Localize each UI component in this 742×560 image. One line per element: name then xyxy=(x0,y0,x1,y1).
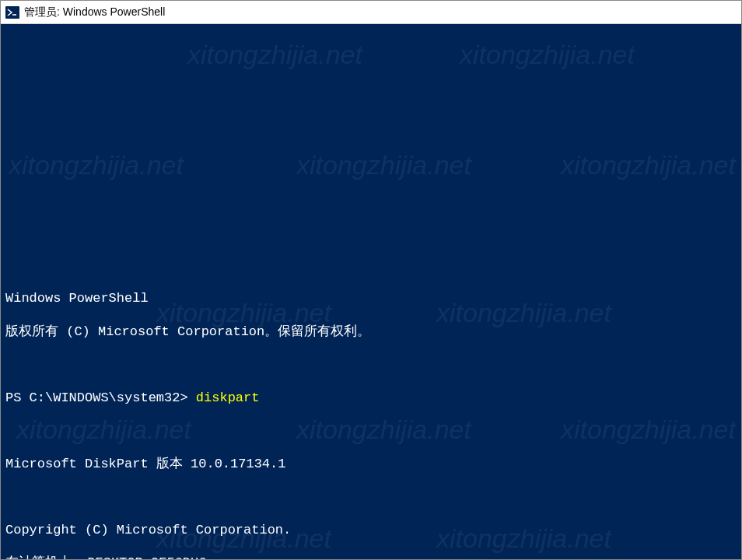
ps-banner-2: 版权所有 (C) Microsoft Corporation。保留所有权利。 xyxy=(5,324,737,340)
watermark: xitongzhijia.net xyxy=(296,149,471,182)
window-title: 管理员: Windows PowerShell xyxy=(24,5,165,19)
watermark: xitongzhijia.net xyxy=(561,149,736,182)
titlebar[interactable]: 管理员: Windows PowerShell xyxy=(1,1,741,24)
cmd-diskpart: diskpart xyxy=(196,390,260,405)
blank xyxy=(5,422,737,439)
diskpart-computer: 在计算机上: DESKTOP-9E56DU6 xyxy=(5,555,737,559)
watermark: xitongzhijia.net xyxy=(460,38,635,72)
blank xyxy=(5,488,737,505)
ps-banner-1: Windows PowerShell xyxy=(5,290,737,306)
terminal-content: Windows PowerShell 版权所有 (C) Microsoft Co… xyxy=(5,274,737,559)
prompt-line-1: PS C:\WINDOWS\system32> diskpart xyxy=(5,390,737,406)
blank xyxy=(5,356,737,373)
ps-prompt: PS C:\WINDOWS\system32> xyxy=(5,390,196,405)
diskpart-copyright: Copyright (C) Microsoft Corporation. xyxy=(5,522,737,538)
watermark: xitongzhijia.net xyxy=(187,38,362,72)
powershell-icon xyxy=(5,5,19,19)
powershell-window: 管理员: Windows PowerShell xitongzhijia.net… xyxy=(0,0,742,560)
diskpart-version: Microsoft DiskPart 版本 10.0.17134.1 xyxy=(5,456,737,472)
watermark: xitongzhijia.net xyxy=(9,149,184,182)
terminal-body[interactable]: xitongzhijia.net xitongzhijia.net xitong… xyxy=(1,24,741,559)
